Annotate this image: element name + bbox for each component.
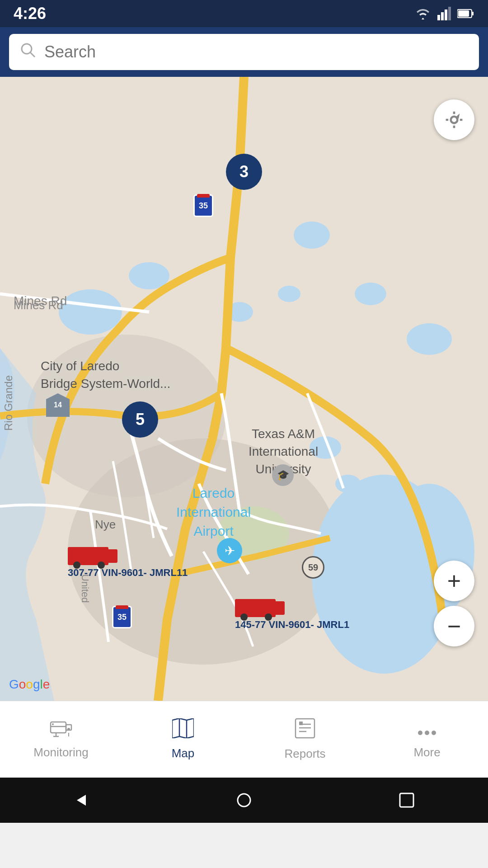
bridge-pin: 14 bbox=[46, 393, 70, 417]
search-icon bbox=[20, 42, 36, 62]
route-59-sign: 59 bbox=[302, 556, 324, 579]
svg-point-41 bbox=[418, 731, 422, 735]
truck-2-label: 145-77 VIN-9601- JMRL1 bbox=[235, 619, 349, 631]
svg-line-8 bbox=[30, 52, 35, 57]
svg-point-42 bbox=[425, 731, 429, 735]
cluster-marker-2[interactable]: 5 bbox=[122, 401, 158, 438]
svg-rect-40 bbox=[299, 722, 303, 725]
location-button[interactable] bbox=[434, 99, 474, 140]
university-pin: 🎓 bbox=[272, 464, 294, 486]
battery-icon bbox=[457, 9, 474, 19]
more-icon bbox=[417, 719, 437, 742]
truck-marker-2[interactable]: 145-77 VIN-9601- JMRL1 bbox=[235, 599, 276, 617]
svg-point-14 bbox=[355, 283, 386, 305]
svg-point-15 bbox=[407, 323, 452, 355]
signal-icon bbox=[437, 7, 451, 20]
home-button[interactable] bbox=[230, 787, 258, 814]
android-nav bbox=[0, 778, 488, 823]
svg-point-31 bbox=[67, 728, 70, 731]
interstate-sign-35-south: 35 bbox=[112, 606, 132, 628]
more-label: More bbox=[413, 745, 440, 760]
map-label: Map bbox=[172, 746, 195, 760]
status-bar: 4:26 bbox=[0, 0, 488, 27]
search-input-wrapper[interactable] bbox=[9, 34, 479, 70]
mines-rd-text: Mines Rd bbox=[14, 298, 63, 312]
nav-more[interactable]: More bbox=[366, 712, 488, 767]
search-input[interactable] bbox=[44, 42, 468, 61]
zoom-out-button[interactable]: − bbox=[434, 606, 474, 646]
svg-rect-0 bbox=[437, 15, 440, 20]
svg-point-12 bbox=[59, 289, 122, 335]
google-logo: Google bbox=[9, 677, 50, 692]
svg-point-43 bbox=[432, 731, 436, 735]
cluster-marker-1[interactable]: 3 bbox=[226, 154, 262, 190]
bottom-nav: Monitoring Map Reports bbox=[0, 701, 488, 778]
svg-point-20 bbox=[278, 286, 300, 302]
search-bar bbox=[0, 27, 488, 77]
svg-rect-46 bbox=[400, 793, 413, 807]
wifi-icon bbox=[415, 7, 431, 20]
svg-rect-2 bbox=[445, 9, 447, 20]
nav-reports[interactable]: Reports bbox=[244, 711, 366, 768]
zoom-in-button[interactable]: + bbox=[434, 561, 474, 601]
svg-point-45 bbox=[238, 794, 250, 807]
monitoring-label: Monitoring bbox=[33, 745, 88, 760]
nav-monitoring[interactable]: Monitoring bbox=[0, 712, 122, 767]
svg-rect-6 bbox=[458, 10, 469, 17]
svg-rect-1 bbox=[441, 12, 444, 20]
map-container[interactable]: Mines Rd Rio Grande City of LaredoBridge… bbox=[0, 77, 488, 701]
interstate-sign-35-north: 35 bbox=[193, 194, 213, 217]
svg-marker-33 bbox=[172, 718, 194, 738]
zoom-controls: + − bbox=[434, 561, 474, 646]
reports-label: Reports bbox=[284, 747, 325, 761]
svg-rect-3 bbox=[448, 7, 451, 20]
reports-icon bbox=[295, 718, 315, 743]
recents-button[interactable] bbox=[393, 787, 420, 814]
svg-point-13 bbox=[294, 222, 330, 249]
svg-point-28 bbox=[52, 723, 54, 725]
airport-pin: ✈ bbox=[217, 538, 242, 563]
status-icons bbox=[415, 7, 474, 20]
truck-marker-1[interactable]: 307-77 VIN-9601- JMRL11 bbox=[68, 547, 108, 565]
svg-point-7 bbox=[22, 44, 32, 54]
status-time: 4:26 bbox=[14, 4, 46, 23]
monitoring-icon bbox=[50, 719, 72, 742]
svg-rect-5 bbox=[472, 12, 474, 15]
map-icon bbox=[172, 718, 194, 743]
nav-map[interactable]: Map bbox=[122, 711, 244, 768]
svg-marker-44 bbox=[77, 795, 86, 806]
back-button[interactable] bbox=[68, 787, 95, 814]
truck-1-label: 307-77 VIN-9601- JMRL11 bbox=[68, 567, 188, 579]
